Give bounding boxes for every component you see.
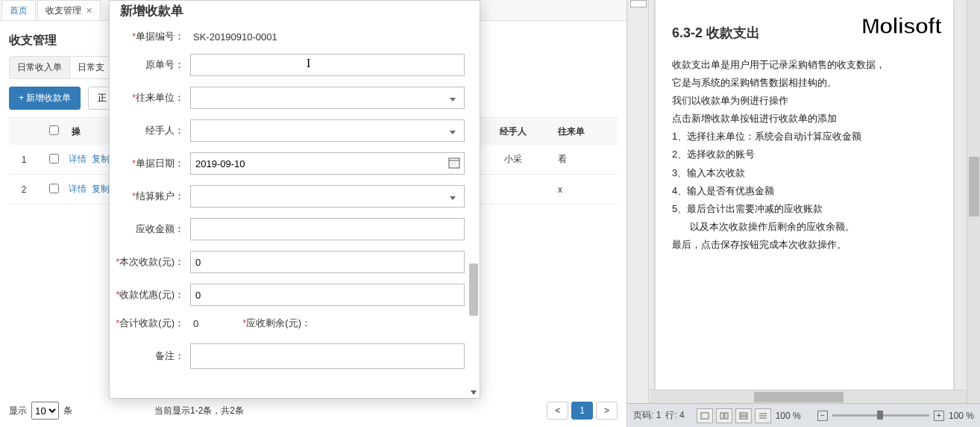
doc-line: 3、输入本次收款 [672,165,938,181]
show-unit: 条 [63,405,72,417]
label-partner: 往来单位： [136,92,184,103]
zoom-slider-knob[interactable] [877,411,883,420]
doc-line: 4、输入是否有优惠金额 [672,183,938,199]
vertical-scrollbar[interactable] [967,0,980,403]
svg-rect-5 [720,413,723,419]
partner-select[interactable] [190,87,465,109]
page-size-select[interactable]: 10 [31,402,59,420]
svg-rect-8 [740,417,747,419]
zoom-slider[interactable] [832,414,929,417]
page-info: 当前显示1-2条，共2条 [154,405,547,417]
doc-line: 1、选择往来单位：系统会自动计算应收金额 [672,128,938,145]
subtabs: 日常收入单 日常支 [9,56,113,79]
zoom-label-left: 100 % [776,411,801,421]
svg-rect-0 [449,158,459,168]
scrollbar-thumb[interactable] [969,157,979,216]
view-mode-4-button[interactable] [755,408,771,423]
label-discount: 收款优惠(元)： [119,289,184,300]
svg-rect-7 [740,413,747,415]
doc-line: 收款支出单是用户用于记录采购销售的收支数据， [672,57,938,73]
copy-link[interactable]: 复制 [92,154,110,164]
next-page-button[interactable]: > [596,402,618,420]
doc-line: 点击新增收款单按钮进行收款单的添加 [672,110,938,127]
zoom-label-right: 100 % [949,411,974,421]
view-mode-1-button[interactable] [697,408,713,423]
page-1-button[interactable]: 1 [571,402,593,420]
tab-income-mgmt[interactable]: 收支管理 ✕ [37,0,101,20]
detail-link[interactable]: 详情 [69,184,87,194]
account-select[interactable] [190,185,465,208]
scrollbar-thumb[interactable] [754,392,844,402]
status-line: 行: 4 [665,409,684,422]
tab-label: 首页 [10,4,28,17]
doc-line: 以及本次收款操作后剩余的应收余额。 [672,219,938,235]
label-orig-no: 原单号： [145,59,184,70]
doc-line: 最后，点击保存按钮完成本次收款操作。 [672,237,938,253]
prev-page-button[interactable]: < [547,402,568,420]
doc-line: 我们以收款单为例进行操作 [672,93,938,109]
label-total-receipt: 合计收款(元)： [119,317,184,328]
view-mode-2-button[interactable] [716,408,732,423]
doc-heading: 6.3-2 收款支出 [672,24,938,42]
page-thumbnail[interactable] [630,0,647,7]
row-partner: х [558,184,618,195]
detail-link[interactable]: 详情 [69,154,87,164]
thumbnail-strip[interactable] [627,0,649,403]
this-receipt-input[interactable] [190,251,465,273]
tab-label: 收支管理 [45,4,81,17]
col-partner: 往来单 [558,125,618,138]
row-index: 2 [9,184,39,195]
row-handler: 小采 [468,153,558,166]
svg-rect-6 [725,413,728,419]
row-index: 1 [9,155,39,165]
label-doc-no: 单据编号： [136,31,184,42]
label-account: 结算账户： [136,190,184,202]
zoom-in-button[interactable]: + [934,411,944,421]
pager: < 1 > [547,402,618,420]
zoom-out-button[interactable]: − [817,411,828,421]
show-label: 显示 [9,405,27,417]
remark-input[interactable] [190,343,465,369]
add-receipt-modal: 新增收款单 *单据编号： SK-20190910-0001 原单号： I *往来… [109,0,480,399]
close-icon[interactable]: ✕ [86,6,92,16]
orig-no-input[interactable] [190,54,465,76]
table-footer: 显示 10 条 当前显示1-2条，共2条 < 1 > [0,394,626,427]
tab-home[interactable]: 首页 [1,0,36,20]
modal-title: 新增收款单 [116,2,465,30]
add-receipt-button[interactable]: + 新增收款单 [9,87,81,110]
svg-rect-4 [701,413,709,419]
doc-date-input[interactable] [190,152,465,175]
modal-scrollbar[interactable] [469,2,478,396]
row-check[interactable] [49,154,59,163]
doc-editor-pane: Molisoft 6.3-2 收款支出 收款支出单是用户用于记录采购销售的收支数… [626,0,980,427]
doc-line: 2、选择收款的账号 [672,146,938,163]
label-remaining: 应收剩余(元)： [246,317,311,328]
subtab-daily-income[interactable]: 日常收入单 [10,57,70,78]
status-bar: 页码: 1 行: 4 100 % − + 100 % [627,403,980,427]
doc-line: 5、最后合计出需要冲减的应收账款 [672,201,938,217]
doc-line: 它是与系统的采购销售数据相挂钩的。 [672,75,938,91]
doc-area: Molisoft 6.3-2 收款支出 收款支出单是用户用于记录采购销售的收支数… [650,0,980,403]
col-handler: 经手人 [468,125,558,138]
doc-body: 收款支出单是用户用于记录采购销售的收支数据，它是与系统的采购销售数据相挂钩的。我… [672,57,938,253]
check-all[interactable] [49,125,59,135]
horizontal-scrollbar[interactable] [650,390,967,403]
discount-input[interactable] [190,284,465,306]
row-check[interactable] [49,184,59,193]
copy-link[interactable]: 复制 [92,184,110,194]
label-this-receipt: 本次收款(元)： [119,256,184,267]
doc-page: Molisoft 6.3-2 收款支出 收款支出单是用户用于记录采购销售的收支数… [656,0,953,396]
scrollbar-thumb[interactable] [469,264,478,316]
calendar-icon[interactable] [448,157,460,169]
doc-no-value: SK-20190910-0001 [190,31,465,43]
receivable-input[interactable] [190,218,465,240]
view-mode-3-button[interactable] [735,408,752,423]
label-remark: 备注： [155,350,184,361]
subtab-daily-expense[interactable]: 日常支 [70,57,113,78]
handler-select[interactable] [190,119,465,142]
status-page: 页码: 1 [633,409,661,422]
total-receipt-value: 0 [190,318,213,329]
label-handler: 经手人： [145,125,184,136]
chevron-down-icon[interactable] [471,390,477,395]
label-doc-date: 单据日期： [136,158,184,169]
